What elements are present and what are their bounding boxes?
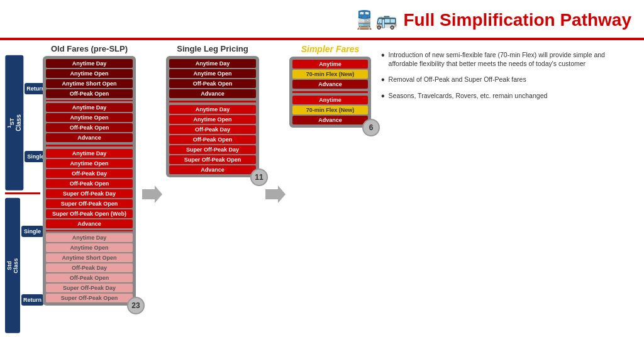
slp-s-3: Off-Peak Day (169, 125, 256, 134)
bullet-3-text: Seasons, Travelcards, Rovers, etc. remai… (389, 91, 548, 101)
of-sr-3: Anytime Short Open (46, 253, 133, 262)
of-ss-4: Off-Peak Open (46, 179, 133, 188)
simpler-header: Simpler Fares (301, 44, 360, 54)
slp-1-4: Advance (169, 89, 256, 98)
simpler-column: Simpler Fares Anytime 70-min Flex (New) … (289, 44, 371, 333)
std-class-group: StdClass Single Return (5, 198, 40, 333)
of-sr-2: Anytime Open (46, 243, 133, 252)
bullet-2-text: Removal of Off-Peak and Super Off-Peak f… (389, 75, 526, 85)
slp-1-2: Anytime Open (169, 69, 256, 78)
of-1s-4: Advance (46, 133, 133, 142)
slp-1-1: Anytime Day (169, 59, 256, 68)
bullets-area: • Introduction of new semi-flexible fare… (374, 44, 639, 333)
of-ss-5: Super Off-Peak Day (46, 189, 133, 198)
of-ss-7: Super Off-Peak Open (Web) (46, 209, 133, 218)
of-sr-7: Super Off-Peak Open (46, 294, 133, 302)
bullet-2-dot: • (381, 75, 385, 85)
sf-1-1: Anytime (292, 60, 368, 69)
bullet-1-dot: • (381, 50, 385, 69)
slp-column: Single Leg Pricing Anytime Day Anytime O… (166, 44, 259, 333)
simpler-box: Anytime 70-min Flex (New) Advance Anytim… (289, 57, 371, 128)
slp-s-2: Anytime Open (169, 115, 256, 124)
slp-1-3: Off-Peak Open (169, 79, 256, 88)
main-container: 🚆🚌 Full Simplification Pathway 1STClass … (0, 0, 644, 337)
bullet-3-dot: • (381, 91, 385, 101)
std-class-label: StdClass (5, 198, 20, 333)
sf-s-2: 70-min Flex (New) (292, 106, 368, 114)
sf-s-1: Anytime (292, 96, 368, 104)
of-1s-1: Anytime Day (46, 103, 133, 112)
of-ss-1: Anytime Day (46, 149, 133, 158)
old-fares-header: Old Fares (pre-SLP) (51, 44, 128, 53)
of-ss-6: Super Off-Peak Open (46, 199, 133, 208)
sf-1-2: 70-min Flex (New) (292, 70, 368, 79)
of-ss-3: Off-Peak Day (46, 169, 133, 178)
single-badge-std: Single (21, 226, 43, 237)
slp-s-5: Super Off-Peak Day (169, 145, 256, 154)
header-icon: 🚆🚌 (353, 9, 397, 30)
arrow-1 (138, 55, 164, 333)
bullet-1-text: Introduction of new semi-flexible fare (… (389, 50, 634, 69)
sf-s-3: Advance (292, 116, 368, 124)
of-sr-6: Super Off-Peak Day (46, 284, 133, 292)
sf-class-sep (292, 91, 368, 93)
slp-s-1: Anytime Day (169, 105, 256, 114)
class-sep (46, 145, 133, 146)
of-1r-1: Anytime Day (46, 59, 133, 68)
svg-marker-1 (265, 185, 286, 203)
of-ss-8: Advance (46, 219, 133, 228)
of-1s-3: Off-Peak Open (46, 123, 133, 132)
bullet-2: • Removal of Off-Peak and Super Off-Peak… (381, 75, 634, 85)
svg-marker-0 (142, 185, 162, 203)
old-fares-column: Old Fares (pre-SLP) Anytime Day Anytime … (43, 44, 136, 333)
slp-s-4: Off-Peak Open (169, 135, 256, 144)
first-class-label: 1STClass (5, 55, 23, 191)
arrow-2-icon (263, 183, 286, 206)
of-1r-4: Off-Peak Open (46, 89, 133, 98)
bullet-1: • Introduction of new semi-flexible fare… (381, 50, 634, 69)
left-labels: 1STClass Return Single StdClass Single R… (5, 44, 40, 333)
arrow-2 (262, 55, 287, 333)
bullet-3: • Seasons, Travelcards, Rovers, etc. rem… (381, 91, 634, 101)
of-ss-2: Anytime Open (46, 159, 133, 168)
slp-s-7: Advance (169, 165, 256, 174)
of-sr-4: Off-Peak Day (46, 263, 133, 272)
simpler-badge: 6 (362, 119, 380, 136)
first-class-group: 1STClass Return Single (5, 55, 40, 195)
of-1s-2: Anytime Open (46, 113, 133, 122)
arrow-1-icon (140, 183, 162, 206)
sep1 (46, 100, 133, 101)
header: 🚆🚌 Full Simplification Pathway (0, 0, 644, 38)
sf-1-3: Advance (292, 80, 368, 89)
old-fares-box: Anytime Day Anytime Open Anytime Short O… (43, 56, 136, 306)
header-title-text: Full Simplification Pathway (404, 10, 632, 30)
of-1r-2: Anytime Open (46, 69, 133, 78)
content-area: 1STClass Return Single StdClass Single R… (0, 40, 644, 337)
slp-header: Single Leg Pricing (177, 44, 248, 53)
slp-class-sep (169, 101, 256, 102)
header-title: 🚆🚌 Full Simplification Pathway (353, 9, 632, 30)
sep2 (46, 230, 133, 231)
of-sr-5: Off-Peak Open (46, 273, 133, 282)
of-1r-3: Anytime Short Open (46, 79, 133, 88)
return-badge-std: Return (21, 294, 43, 306)
slp-s-6: Super Off-Peak Open (169, 155, 256, 164)
of-sr-1: Anytime Day (46, 233, 133, 242)
old-fares-badge: 23 (127, 297, 145, 314)
std-class-sublabels: Single Return (21, 198, 43, 333)
slp-badge: 11 (250, 168, 268, 186)
slp-box: Anytime Day Anytime Open Off-Peak Open A… (166, 56, 259, 177)
